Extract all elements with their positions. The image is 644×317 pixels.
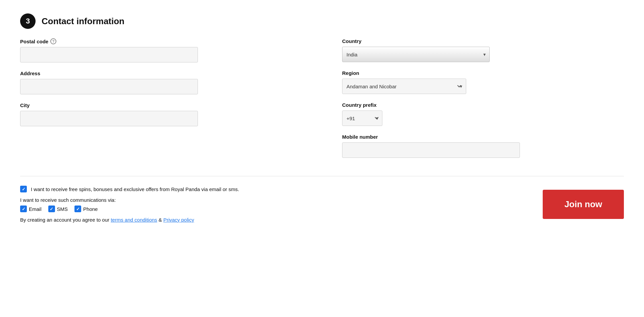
sms-label: SMS: [57, 206, 68, 212]
page-container: 3 Contact information Postal code ? Addr…: [0, 0, 644, 317]
country-group: Country India Pakistan Bangladesh Sri La…: [342, 38, 624, 62]
privacy-policy-link[interactable]: Privacy policy: [163, 217, 194, 223]
marketing-consent-label: I want to receive free spins, bonuses an…: [31, 186, 239, 192]
address-input[interactable]: [20, 79, 198, 94]
section-divider: [20, 176, 624, 176]
bottom-left: I want to receive free spins, bonuses an…: [20, 186, 529, 223]
right-column: Country India Pakistan Bangladesh Sri La…: [342, 38, 624, 166]
terms-row: By creating an account you agree to our …: [20, 217, 529, 223]
step-badge: 3: [20, 13, 36, 29]
country-prefix-label: Country prefix: [342, 102, 624, 108]
terms-and-conditions-link[interactable]: terms and conditions: [111, 217, 157, 223]
country-prefix-group: Country prefix +91 +92 +94 +880 ▾: [342, 102, 624, 126]
phone-option: Phone: [74, 206, 98, 212]
terms-separator: &: [159, 217, 163, 223]
region-select-wrapper: Andaman and Nicobar Andhra Pradesh Aruna…: [342, 79, 466, 94]
marketing-consent-checkbox[interactable]: [20, 186, 27, 192]
country-label: Country: [342, 38, 624, 44]
postal-code-label: Postal code ?: [20, 38, 302, 44]
country-prefix-select[interactable]: +91 +92 +94 +880: [342, 110, 382, 126]
join-now-button[interactable]: Join now: [543, 190, 624, 219]
prefix-select-wrapper: +91 +92 +94 +880 ▾: [342, 110, 382, 126]
communications-row: I want to receive such communications vi…: [20, 197, 529, 203]
mobile-number-input[interactable]: [342, 142, 520, 158]
city-input[interactable]: [20, 111, 198, 126]
region-select[interactable]: Andaman and Nicobar Andhra Pradesh Aruna…: [342, 79, 466, 94]
city-label: City: [20, 102, 302, 108]
region-label: Region: [342, 70, 624, 76]
communications-section: I want to receive such communications vi…: [20, 197, 529, 212]
mobile-number-label: Mobile number: [342, 134, 624, 140]
email-label: Email: [29, 206, 42, 212]
address-group: Address: [20, 71, 302, 94]
address-label: Address: [20, 71, 302, 76]
marketing-consent-row: I want to receive free spins, bonuses an…: [20, 186, 529, 192]
communications-label: I want to receive such communications vi…: [20, 197, 116, 203]
section-title: Contact information: [42, 16, 124, 27]
email-option: Email: [20, 206, 42, 212]
city-group: City: [20, 102, 302, 126]
postal-code-input[interactable]: [20, 47, 198, 62]
section-header: 3 Contact information: [20, 13, 624, 29]
form-grid: Postal code ? Address City Country: [20, 38, 624, 166]
region-group: Region Andaman and Nicobar Andhra Prades…: [342, 70, 624, 94]
bottom-section: I want to receive free spins, bonuses an…: [20, 186, 624, 223]
email-checkbox[interactable]: [20, 206, 27, 212]
terms-prefix: By creating an account you agree to our: [20, 217, 111, 223]
phone-checkbox[interactable]: [74, 206, 81, 212]
phone-label: Phone: [83, 206, 98, 212]
postal-code-group: Postal code ?: [20, 38, 302, 62]
sms-checkbox[interactable]: [48, 206, 55, 212]
communications-options-row: Email SMS Phone: [20, 206, 529, 212]
mobile-number-group: Mobile number: [342, 134, 624, 158]
country-select-wrapper: India Pakistan Bangladesh Sri Lanka ▾: [342, 47, 490, 62]
sms-option: SMS: [48, 206, 68, 212]
country-select[interactable]: India Pakistan Bangladesh Sri Lanka: [342, 47, 490, 62]
postal-code-help-icon[interactable]: ?: [50, 38, 56, 44]
left-column: Postal code ? Address City: [20, 38, 302, 166]
